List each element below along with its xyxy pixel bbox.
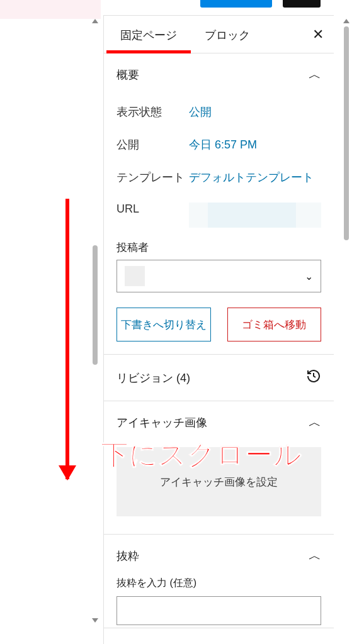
close-sidebar-button[interactable]: ✕	[305, 21, 331, 48]
chevron-up-icon: ︿	[309, 66, 321, 83]
editor-scrollbar[interactable]	[91, 19, 99, 623]
template-value[interactable]: デフォルトテンプレート	[189, 170, 314, 185]
visibility-value[interactable]: 公開	[189, 104, 212, 119]
settings-sidebar: 固定ページ ブロック ✕ 概要 ︿ 表示状態 公開 公開 今日 6:57 PM	[103, 15, 334, 644]
move-to-trash-button[interactable]: ゴミ箱へ移動	[227, 308, 322, 341]
revisions-count: (4)	[176, 372, 190, 384]
revisions-label: リビジョン	[117, 372, 173, 384]
annotation-arrow	[65, 199, 69, 479]
excerpt-label: 抜粋を入力 (任意)	[117, 577, 321, 590]
overview-toggle[interactable]: 概要 ︿	[104, 53, 334, 96]
revisions-button[interactable]: リビジョン (4)	[104, 355, 334, 401]
chevron-down-icon: ⌄	[305, 270, 313, 282]
chevron-up-icon: ︿	[309, 547, 321, 564]
template-label: テンプレート	[117, 170, 189, 185]
author-label: 投稿者	[117, 240, 321, 255]
url-value[interactable]	[189, 203, 321, 228]
sidebar-tabs: 固定ページ ブロック ✕	[104, 16, 334, 53]
excerpt-toggle[interactable]: 抜粋 ︿	[104, 535, 334, 577]
author-select[interactable]: ⌄	[117, 260, 321, 292]
chevron-up-icon: ︿	[309, 414, 321, 431]
history-icon	[306, 369, 321, 387]
excerpt-textarea[interactable]	[117, 596, 321, 625]
settings-button-partial[interactable]	[283, 0, 321, 8]
switch-to-draft-button[interactable]: 下書きへ切り替え	[117, 308, 211, 341]
overview-title: 概要	[117, 67, 139, 82]
featured-image-toggle[interactable]: アイキャッチ画像 ︿	[104, 401, 334, 443]
avatar	[125, 266, 145, 286]
featured-image-title: アイキャッチ画像	[117, 415, 207, 430]
section-featured-image: アイキャッチ画像 ︿ アイキャッチ画像を設定	[104, 401, 334, 535]
visibility-label: 表示状態	[117, 104, 189, 119]
sidebar-scrollbar[interactable]	[343, 19, 350, 641]
url-label: URL	[117, 203, 189, 216]
scroll-thumb[interactable]	[344, 26, 349, 240]
section-overview: 概要 ︿ 表示状態 公開 公開 今日 6:57 PM テンプレート デフォルトテ…	[104, 53, 334, 355]
close-icon: ✕	[312, 26, 324, 43]
publish-value[interactable]: 今日 6:57 PM	[189, 137, 257, 152]
tab-block[interactable]: ブロック	[191, 16, 264, 53]
scroll-up-icon[interactable]	[343, 19, 350, 23]
publish-button-partial[interactable]	[200, 0, 272, 8]
editor-bg-pink	[0, 0, 101, 19]
publish-label: 公開	[117, 137, 189, 152]
scroll-down-icon[interactable]	[92, 618, 98, 623]
scroll-up-icon[interactable]	[92, 19, 98, 23]
tab-page[interactable]: 固定ページ	[106, 16, 191, 53]
excerpt-title: 抜粋	[117, 548, 139, 564]
section-excerpt: 抜粋 ︿ 抜粋を入力 (任意)	[104, 535, 334, 628]
scroll-thumb[interactable]	[93, 245, 98, 365]
set-featured-image-button[interactable]: アイキャッチ画像を設定	[117, 447, 321, 516]
